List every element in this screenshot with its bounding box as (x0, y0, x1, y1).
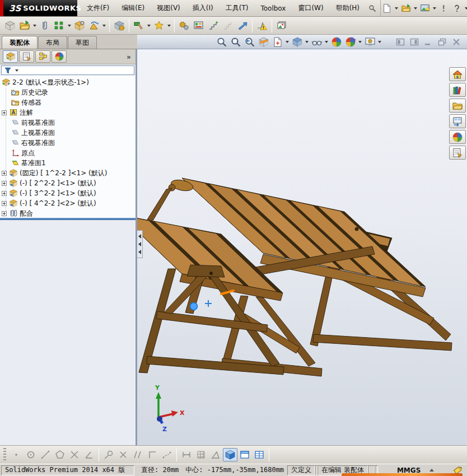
expand-icon[interactable] (2, 171, 7, 176)
edit-appearance-icon[interactable] (329, 35, 343, 48)
file-explorer-icon[interactable] (449, 99, 466, 113)
move-component-icon[interactable] (87, 18, 101, 33)
tab-assembly[interactable]: 装配体 (2, 36, 38, 49)
insert-components-caret-icon[interactable] (33, 25, 36, 27)
graphics-viewport[interactable]: Y X Z (137, 49, 467, 445)
zoom-to-fit-icon[interactable] (214, 35, 228, 48)
reference-geometry-caret-icon[interactable] (167, 25, 171, 27)
zoom-to-area-icon[interactable] (228, 35, 242, 48)
tree-item-component-3[interactable]: (-) [ 3^2-2 ]<1> (默认) (2, 188, 136, 198)
shaded-view-icon[interactable] (223, 448, 237, 461)
menu-file[interactable]: 文件(F) (81, 1, 115, 15)
filter-caret-icon[interactable] (15, 69, 18, 72)
assembly-features-caret-icon[interactable] (147, 25, 151, 27)
take-snapshot-icon[interactable] (274, 18, 289, 33)
model-3d-view[interactable]: Y X Z (137, 49, 465, 445)
interference-detection-icon[interactable] (221, 18, 235, 33)
large-assembly-mode-icon[interactable] (255, 18, 269, 33)
help-icon[interactable] (451, 2, 463, 15)
sketch-trim-icon[interactable] (67, 448, 82, 461)
hide-show-items-caret-icon[interactable] (325, 41, 328, 43)
new-document-icon[interactable] (381, 2, 393, 15)
options-icon[interactable] (438, 2, 450, 15)
tree-item-annotations[interactable]: 注解 (2, 108, 136, 118)
sketch-polygon-icon[interactable] (53, 448, 67, 461)
tree-item-front-plane[interactable]: 前视基准面 (2, 118, 136, 128)
expand-icon[interactable] (2, 201, 7, 206)
parallel-icon[interactable] (130, 448, 145, 461)
panel-overflow-chevron[interactable]: » (127, 53, 133, 61)
sketch-angle-icon[interactable] (82, 448, 96, 461)
preview-image-caret-icon[interactable] (433, 7, 436, 10)
tree-item-origin[interactable]: 原点 (2, 148, 136, 158)
viewport-table-icon[interactable] (252, 448, 267, 461)
tree-item-right-plane[interactable]: 右视基准面 (2, 138, 136, 148)
apply-scene-icon[interactable] (343, 35, 357, 48)
menu-help[interactable]: 帮助(H) (330, 1, 366, 15)
tree-filter-input[interactable] (1, 66, 134, 75)
toolbar-drag-handle[interactable] (3, 448, 6, 461)
exploded-view-icon[interactable] (192, 18, 206, 33)
design-library-icon[interactable] (449, 83, 466, 97)
units-caret-icon[interactable] (429, 469, 434, 472)
tree-item-sensors[interactable]: 传感器 (2, 97, 136, 108)
instant3d-icon[interactable] (235, 18, 250, 33)
tree-item-mates[interactable]: 配合 (2, 208, 136, 218)
assembly-features-icon[interactable] (132, 18, 146, 33)
show-hidden-components-icon[interactable] (112, 18, 127, 33)
grid-snap-icon[interactable] (194, 448, 208, 461)
tree-item-plane1[interactable]: 基准面1 (2, 158, 136, 168)
spline-icon[interactable] (160, 448, 174, 461)
document-minimize-icon[interactable] (423, 38, 434, 46)
document-restore-icon[interactable] (437, 38, 448, 46)
solidworks-resources-icon[interactable] (449, 67, 466, 81)
menu-toolbox[interactable]: Toolbox (254, 2, 292, 15)
reference-geometry-icon[interactable] (152, 18, 166, 33)
tree-item-component-1[interactable]: (固定) [ 1^2-2 ]<1> (默认) (2, 168, 136, 178)
property-manager-tab[interactable] (19, 50, 34, 63)
display-style-caret-icon[interactable] (305, 41, 309, 43)
tree-root[interactable]: 2-2 (默认<显示状态-1>) (2, 77, 136, 87)
view-settings-icon[interactable] (363, 35, 377, 48)
menu-pin-icon[interactable] (368, 4, 377, 13)
linear-component-pattern-icon[interactable] (52, 18, 67, 33)
menu-edit[interactable]: 编辑(E) (115, 1, 151, 15)
menu-window[interactable]: 窗口(W) (292, 1, 329, 15)
sketch-point-icon[interactable] (9, 448, 24, 461)
expand-icon[interactable] (2, 181, 7, 186)
view-settings-caret-icon[interactable] (378, 41, 381, 43)
tab-layout[interactable]: 布局 (38, 36, 67, 49)
document-close-icon[interactable] (451, 38, 462, 46)
help-caret-icon[interactable] (465, 7, 467, 10)
measure-angle-icon[interactable] (208, 448, 223, 461)
smart-dimension-icon[interactable] (179, 448, 194, 461)
tab-sketch[interactable]: 草图 (68, 36, 97, 49)
viewport-pane-icon[interactable] (237, 448, 252, 461)
custom-properties-icon[interactable] (449, 146, 466, 160)
apply-scene-caret-icon[interactable] (358, 41, 362, 43)
tree-item-component-2[interactable]: (-) [ 2^2-2 ]<1> (默认) (2, 178, 136, 188)
insert-components-icon[interactable] (17, 18, 32, 33)
section-view-icon[interactable] (256, 35, 270, 48)
component-pattern-caret-icon[interactable] (68, 25, 71, 27)
explode-line-sketch-icon[interactable] (206, 18, 221, 33)
feature-manager-design-tree-tab[interactable] (3, 50, 18, 63)
appearances-scenes-icon[interactable] (449, 130, 466, 144)
display-manager-tab[interactable] (52, 50, 67, 63)
menu-tools[interactable]: 工具(T) (220, 1, 255, 15)
view-palette-icon[interactable] (449, 114, 466, 128)
view-orientation-caret-icon[interactable] (286, 41, 289, 43)
tree-item-top-plane[interactable]: 上视基准面 (2, 128, 136, 138)
sketch-line-icon[interactable] (38, 448, 53, 461)
mirror-entities-icon[interactable] (116, 448, 130, 461)
mate-icon[interactable] (38, 18, 52, 33)
tree-item-component-4[interactable]: (-) [ 4^2-2 ]<2> (默认) (2, 198, 136, 208)
move-component-caret-icon[interactable] (102, 25, 106, 27)
menu-insert[interactable]: 插入(I) (186, 1, 220, 15)
tree-item-history[interactable]: 历史记录 (2, 87, 136, 97)
hide-show-items-icon[interactable] (310, 35, 324, 48)
expand-icon[interactable] (2, 211, 7, 216)
configuration-manager-tab[interactable] (35, 50, 50, 63)
selected-point[interactable] (190, 303, 198, 310)
menu-view[interactable]: 视图(V) (151, 1, 186, 15)
